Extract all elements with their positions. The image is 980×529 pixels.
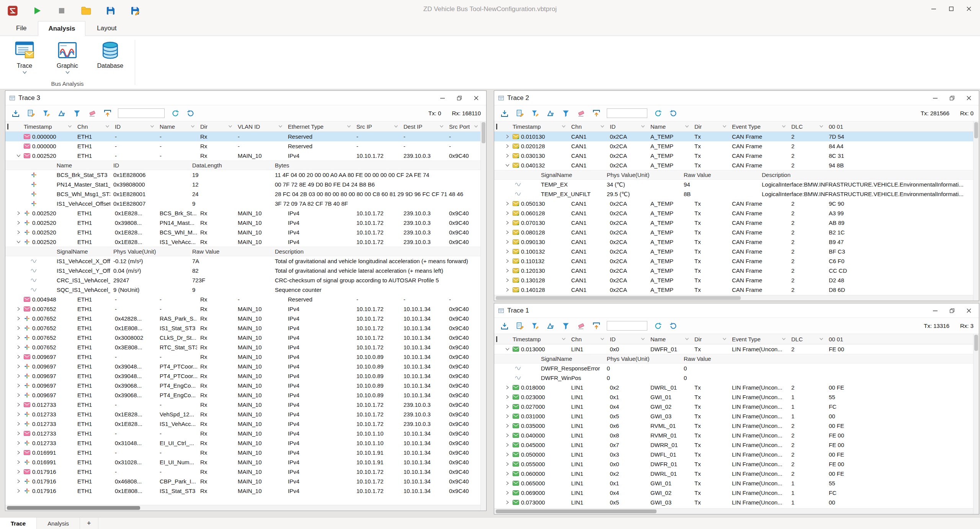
expander-open-icon[interactable] (15, 241, 22, 243)
expander-closed-icon[interactable] (15, 412, 22, 416)
restore-button[interactable] (451, 92, 468, 104)
trace-row[interactable]: 0.009697ETH10x39048...PT4_PTCoor...RxMAI… (5, 362, 480, 371)
column-header-event-type[interactable]: Event Type (729, 334, 788, 344)
trace-row[interactable]: 0.070130CAN10x2CAA_TEMPTxCAN Frame2AB 89 (494, 218, 973, 228)
column-header-timestamp[interactable]: Timestamp (13, 121, 74, 131)
trace-row[interactable]: 0.018000LIN10x2DWRL_01TxLIN Frame(Uncon.… (494, 383, 973, 392)
trace-row[interactable]: 0.140128CAN10x2CAA_TEMPTxCAN Frame2D8 6D (494, 285, 973, 295)
filter-arrow-icon[interactable] (279, 125, 285, 128)
chevron-down-icon[interactable] (65, 70, 70, 74)
expander-closed-icon[interactable] (15, 470, 22, 474)
expander-closed-icon[interactable] (503, 240, 511, 244)
expander-closed-icon[interactable] (503, 395, 511, 399)
expander-closed-icon[interactable] (15, 422, 22, 426)
bottom-tab-trace[interactable]: Trace (0, 518, 37, 529)
sub-row[interactable]: BCS_Whl_Msg1_ST30x1E8280012428 FC 04 2B … (5, 189, 480, 199)
expander-closed-icon[interactable] (503, 405, 511, 409)
trace-row[interactable]: 0.007652ETH10x1E808...IS1_Stat_ST3RxMAIN… (5, 323, 480, 333)
expander-closed-icon[interactable] (15, 345, 22, 349)
import-frames-button[interactable] (500, 108, 509, 118)
horizontal-scrollbar[interactable] (494, 295, 973, 301)
column-header-ethernet-type[interactable]: Ethernet Type (285, 121, 353, 131)
close-button[interactable] (960, 305, 977, 316)
expander-closed-icon[interactable] (15, 230, 22, 234)
filter-arrow-icon[interactable] (782, 125, 788, 128)
column-header-id[interactable]: ID (112, 121, 157, 131)
filter-button[interactable] (72, 108, 82, 118)
search-backward-button[interactable] (653, 321, 663, 331)
column-header-name[interactable]: Name (157, 121, 197, 131)
expander-closed-icon[interactable] (503, 443, 511, 447)
sub-row[interactable]: BCS_Brk_Stat_ST30x1E8280061911 4F 04 00 … (5, 170, 480, 180)
resize-handle-icon[interactable] (7, 124, 8, 129)
column-header-dlc[interactable]: DLC (788, 334, 826, 344)
column-header-00-01[interactable]: 00 01 (826, 121, 973, 131)
trace-row[interactable]: 0.130128CAN10x2CAA_TEMPTxCAN Frame2D2 48 (494, 275, 973, 285)
trace-row[interactable]: 0.073000LIN10x5GWI_03TxLIN Frame(Uncon..… (494, 498, 973, 507)
filter-arrow-icon[interactable] (440, 125, 446, 128)
export-button[interactable] (591, 108, 601, 118)
expander-closed-icon[interactable] (503, 452, 511, 457)
expander-closed-icon[interactable] (503, 249, 511, 254)
trace-search-input[interactable] (607, 321, 647, 331)
trace-row[interactable]: 0.012733ETH10x31048...EI_UI_Ctrl_...RxMA… (5, 438, 480, 448)
trace-row[interactable]: 0.031000LIN10x5GWI_03TxLIN Frame(Uncon..… (494, 411, 973, 421)
horizontal-scrollbar-thumb[interactable] (7, 506, 140, 510)
expander-closed-icon[interactable] (15, 450, 22, 455)
trace-row[interactable]: 0.040132CAN10x2CAA_TEMPTxCAN Frame294 8B (494, 161, 973, 170)
expander-closed-icon[interactable] (503, 385, 511, 390)
trace-search-input[interactable] (118, 108, 165, 118)
column-header-id[interactable]: ID (607, 334, 647, 344)
trace-row[interactable]: 0.100132CAN10x2CAA_TEMPTxCAN Frame2BF C3 (494, 247, 973, 256)
expander-closed-icon[interactable] (15, 364, 22, 368)
run-button[interactable] (31, 4, 44, 17)
filter-arrow-icon[interactable] (820, 338, 826, 340)
filter-settings-button[interactable] (530, 108, 540, 118)
expander-closed-icon[interactable] (15, 307, 22, 311)
trace-row[interactable]: 0.012733ETH10x1E828...IS1_VehAcc...RxMAI… (5, 419, 480, 429)
filter-settings-button[interactable] (41, 108, 51, 118)
expander-closed-icon[interactable] (503, 491, 511, 495)
horizontal-scrollbar-thumb[interactable] (496, 296, 741, 300)
open-folder-button[interactable] (80, 4, 93, 17)
sub-row[interactable]: TEMP_EX34 (℃)94LogicalInterface:BMW.INFR… (494, 180, 973, 189)
expander-closed-icon[interactable] (15, 489, 22, 493)
filter-arrow-icon[interactable] (723, 338, 729, 340)
trace-window-titlebar[interactable]: Trace 1 (494, 303, 979, 318)
trace-row[interactable]: 0.004948ETH1--Rx-Reserved--- (5, 295, 480, 304)
sub-row[interactable]: SQC_IS1_VehAccel_O...9 (NoUnit)9Sequence… (5, 285, 480, 295)
column-header-dir[interactable]: Dir (691, 121, 729, 131)
expander-closed-icon[interactable] (15, 316, 22, 321)
vertical-scrollbar-thumb[interactable] (974, 335, 978, 351)
resize-handle-icon[interactable] (496, 336, 497, 342)
column-header-dest-ip[interactable]: Dest IP (400, 121, 446, 131)
column-header-timestamp[interactable]: Timestamp (502, 334, 568, 344)
time-difference-button[interactable] (57, 108, 66, 118)
trace-row[interactable]: 0.035000LIN10x6RVML_01TxLIN Frame(Uncon.… (494, 421, 973, 431)
expander-closed-icon[interactable] (15, 383, 22, 388)
sub-row[interactable]: DWFR_ResponseError00 (494, 364, 973, 373)
filter-arrow-icon[interactable] (106, 125, 112, 128)
trace-row[interactable]: 0.012733ETH1--RxMAIN_10IPv410.10.1.72239… (5, 400, 480, 409)
expander-open-icon[interactable] (503, 348, 511, 350)
tab-file[interactable]: File (6, 21, 36, 36)
trace-row[interactable]: 0.009697ETH10x39068...PT4_EngCo...RxMAIN… (5, 390, 480, 400)
expander-closed-icon[interactable] (15, 460, 22, 464)
filter-settings-button[interactable] (530, 321, 540, 331)
trace-window-titlebar[interactable]: Trace 3 (5, 91, 486, 105)
resize-handle-icon[interactable] (496, 124, 497, 129)
filter-arrow-icon[interactable] (191, 125, 197, 128)
filter-arrow-icon[interactable] (347, 125, 353, 128)
filter-arrow-icon[interactable] (150, 125, 157, 128)
expander-closed-icon[interactable] (503, 134, 511, 139)
search-forward-button[interactable] (668, 321, 678, 331)
trace-row[interactable]: 0.110132CAN10x2CAA_TEMPTxCAN Frame2C6 F0 (494, 256, 973, 266)
trace-row[interactable]: 0.069000LIN10x4GWI_02TxLIN Frame(Uncon..… (494, 488, 973, 498)
trace-row[interactable]: 0.007652ETH10x42828...RAS_Park_S...RxMAI… (5, 314, 480, 323)
trace-row[interactable]: 0.060000LIN10x2DWRL_01TxLIN Frame(Uncon.… (494, 469, 973, 478)
vertical-scrollbar[interactable] (973, 121, 979, 301)
expander-closed-icon[interactable] (15, 211, 22, 215)
trace-row[interactable]: 0.012733ETH10x1E828...VehSpd_12...RxMAIN… (5, 409, 480, 419)
expander-closed-icon[interactable] (503, 278, 511, 282)
trace-row[interactable]: 0.013000LIN10x0DWFR_01TxLIN Frame(Uncon.… (494, 344, 973, 354)
